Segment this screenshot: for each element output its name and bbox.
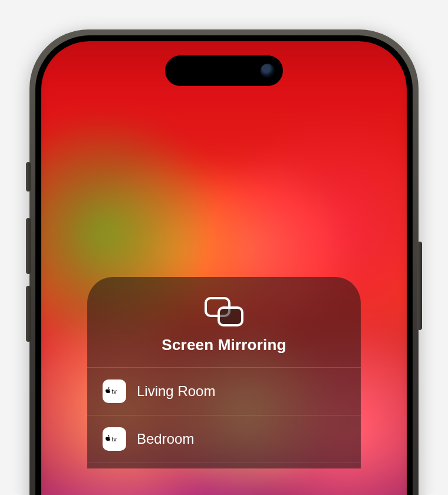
svg-text:tv: tv [112, 388, 117, 395]
device-label: Living Room [137, 383, 215, 400]
phone-frame: Screen Mirroring tv Living Room [29, 29, 419, 495]
panel-title: Screen Mirroring [99, 336, 349, 354]
device-row-bedroom[interactable]: tv Bedroom [87, 415, 361, 463]
screen-mirroring-panel: Screen Mirroring tv Living Room [87, 277, 361, 468]
phone-bezel: Screen Mirroring tv Living Room [35, 35, 413, 495]
panel-header: Screen Mirroring [87, 277, 361, 367]
volume-down-button[interactable] [26, 286, 31, 342]
svg-text:tv: tv [112, 435, 117, 443]
list-divider [87, 463, 361, 468]
apple-tv-icon: tv [103, 380, 126, 403]
screen-mirroring-icon [205, 297, 243, 326]
volume-up-button[interactable] [26, 218, 31, 274]
mute-switch[interactable] [26, 162, 31, 192]
device-label: Bedroom [137, 431, 194, 447]
dynamic-island [165, 55, 283, 86]
apple-tv-icon: tv [103, 427, 126, 451]
screen: Screen Mirroring tv Living Room [41, 41, 407, 495]
power-button[interactable] [417, 242, 422, 330]
device-list: tv Living Room tv Bedroom [87, 367, 361, 468]
device-row-living-room[interactable]: tv Living Room [87, 367, 361, 415]
